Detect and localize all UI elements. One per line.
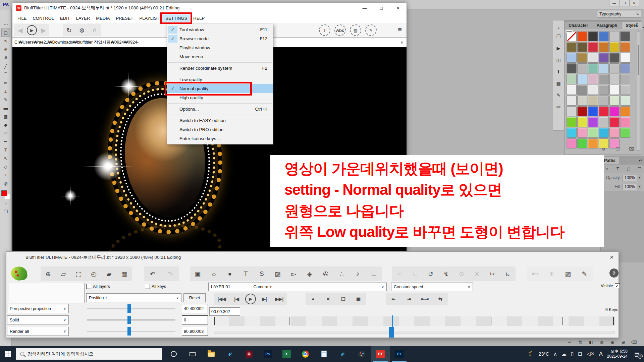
eraser-tool[interactable]: ▬ xyxy=(1,104,10,112)
menu-edit[interactable]: EDIT xyxy=(57,14,73,22)
menu-file[interactable]: FILE xyxy=(14,14,30,22)
style-swatch[interactable] xyxy=(577,74,587,84)
plasma-layer-icon[interactable]: ▻ xyxy=(289,269,299,279)
menu-playlist[interactable]: PLAYLIST xyxy=(137,14,163,22)
gradient-tool[interactable]: ▩ xyxy=(1,112,10,121)
menu-item-low-quality[interactable]: Low quality xyxy=(167,75,273,84)
all-keys-icon[interactable]: ⊾ xyxy=(503,269,513,279)
notification-icon[interactable]: ▤ 1 xyxy=(632,351,642,357)
taskbar-media-app-icon[interactable] xyxy=(239,346,258,362)
crop-tool[interactable]: # xyxy=(1,54,10,62)
style-swatch[interactable] xyxy=(588,53,598,63)
speed-select[interactable]: Constant speed ∨ xyxy=(391,283,473,291)
play-icon[interactable]: ▶ xyxy=(27,25,37,35)
type-tool[interactable]: T xyxy=(1,146,10,154)
redo-icon[interactable]: ↷ xyxy=(165,269,175,279)
style-swatch[interactable] xyxy=(567,31,572,32)
key-range-icon[interactable]: ⇤⇥ xyxy=(418,294,431,304)
prev-frame-icon[interactable]: |◀ xyxy=(230,294,243,304)
add-sketch-icon[interactable]: ✎ xyxy=(365,24,377,36)
menu-help[interactable]: HELP xyxy=(190,14,208,22)
style-swatch[interactable] xyxy=(599,63,609,73)
record-key-icon[interactable]: ● xyxy=(307,294,320,304)
channels-panel-icon[interactable]: ▦ xyxy=(554,79,562,87)
network-icon[interactable]: ⊡ xyxy=(578,351,582,357)
blur-tool[interactable]: ◆ xyxy=(1,121,10,129)
cross-keys-icon[interactable]: ✕ xyxy=(472,269,482,279)
timeline-scrollbar[interactable] xyxy=(214,331,615,334)
style-swatch[interactable] xyxy=(567,117,577,127)
temperature[interactable]: 23°C xyxy=(539,351,549,357)
path-shape-icon[interactable]: ▢ xyxy=(625,164,633,174)
key-marker[interactable] xyxy=(613,317,614,325)
taskbar-edge-icon[interactable]: e xyxy=(333,346,352,362)
model-layer-icon[interactable]: ◈ xyxy=(305,269,314,279)
opacity-value[interactable]: 100% xyxy=(622,175,637,181)
menu-item-enter-license-keys[interactable]: Enter license keys... xyxy=(167,134,273,143)
new-show-icon[interactable]: ⊕ xyxy=(44,269,53,279)
style-swatch[interactable] xyxy=(588,74,598,84)
x-slider[interactable] xyxy=(87,304,175,313)
menu-item-playlist-window[interactable]: Playlist window xyxy=(167,43,273,52)
style-swatch[interactable] xyxy=(577,85,587,95)
style-swatch[interactable] xyxy=(609,106,620,116)
style-swatch[interactable] xyxy=(599,74,609,84)
taskbar-photoshop-2-icon[interactable]: Ps xyxy=(390,346,409,362)
picture-layer-icon[interactable]: ▨ xyxy=(273,269,282,279)
minimize-button[interactable]: — xyxy=(356,3,373,13)
style-swatch[interactable] xyxy=(620,31,630,41)
clear-style-icon[interactable]: ⊘ xyxy=(599,144,608,154)
brush-panel-icon[interactable]: ✎ xyxy=(554,91,562,99)
property-select[interactable]: Position + ∨ xyxy=(86,293,181,302)
sketch-layer-icon[interactable]: S xyxy=(257,269,266,279)
particle-layer-icon[interactable]: ∴ xyxy=(337,269,346,279)
minimize-icon[interactable]: — xyxy=(609,0,619,6)
animate-text-icon[interactable]: Abc xyxy=(531,269,540,279)
style-swatch[interactable] xyxy=(620,106,630,116)
z-value-field[interactable]: 80.800003 xyxy=(182,327,208,336)
paths-menu-icon[interactable]: ▾≡ xyxy=(639,159,644,162)
taskbar-chrome-icon[interactable] xyxy=(296,346,315,362)
style-swatch[interactable] xyxy=(599,85,609,95)
style-swatch[interactable] xyxy=(577,128,587,138)
key-marker[interactable] xyxy=(214,317,215,325)
export-video-icon[interactable]: ▦ xyxy=(119,269,129,279)
info-panel-icon[interactable]: ℹ xyxy=(554,68,562,76)
undo-icon[interactable]: ↶ xyxy=(148,269,157,279)
style-swatch[interactable] xyxy=(577,53,587,63)
timeline-scroll-handle[interactable] xyxy=(389,327,394,338)
menu-item-switch-to-pro-edition[interactable]: Switch to PRO edition xyxy=(167,125,273,134)
menu-settings[interactable]: SETTINGS xyxy=(162,14,190,22)
tool-window-title-bar[interactable]: BluffTitler ULTIMATE - 0924-보석테두리.bt * 1… xyxy=(6,252,619,263)
projection-select[interactable]: Perspective projection ∨ xyxy=(7,304,69,313)
opacity-dropdown-icon[interactable]: ▾ xyxy=(637,175,642,181)
style-swatch[interactable] xyxy=(620,53,630,63)
play-button[interactable]: ▶ xyxy=(245,294,256,304)
style-swatch[interactable] xyxy=(609,85,620,95)
pen-tool[interactable]: ✒ xyxy=(1,137,10,146)
stop-icon[interactable]: ⊗ xyxy=(77,25,87,35)
marquee-tool[interactable]: ▢ xyxy=(1,28,10,37)
taskbar-file-explorer-icon[interactable] xyxy=(202,346,221,362)
style-swatch[interactable] xyxy=(588,117,598,127)
style-swatch[interactable] xyxy=(588,128,598,138)
style-swatch[interactable] xyxy=(588,42,598,52)
back-icon[interactable]: ◀ xyxy=(15,25,25,35)
active-layer-icon[interactable]: ∟ xyxy=(369,269,378,279)
actions-panel-icon[interactable]: ▶ xyxy=(554,44,562,52)
key-marker[interactable] xyxy=(289,317,289,325)
delete-style-icon[interactable]: ⌧ xyxy=(627,144,636,154)
shape-tool[interactable]: ◇ xyxy=(1,163,10,171)
audio-layer-icon[interactable]: ♪ xyxy=(353,269,362,279)
tab-paragraph[interactable]: Paragraph xyxy=(592,22,622,29)
menu-item-browser-mode[interactable]: ✓Browser modeF12 xyxy=(167,34,273,43)
style-swatch[interactable] xyxy=(609,128,620,138)
jump-key-icon[interactable]: ↯ xyxy=(441,269,451,279)
style-swatch[interactable] xyxy=(567,96,577,106)
y-slider[interactable] xyxy=(87,315,175,324)
volume-muted-icon[interactable]: ◁✕ xyxy=(587,351,595,357)
eyedropper-tool[interactable]: ╱ xyxy=(1,62,10,70)
close-icon[interactable]: ✕ xyxy=(609,254,614,260)
taskbar-task-view-icon[interactable] xyxy=(183,346,202,362)
menu-item-normal-quality[interactable]: ✓Normal quality xyxy=(167,84,273,93)
